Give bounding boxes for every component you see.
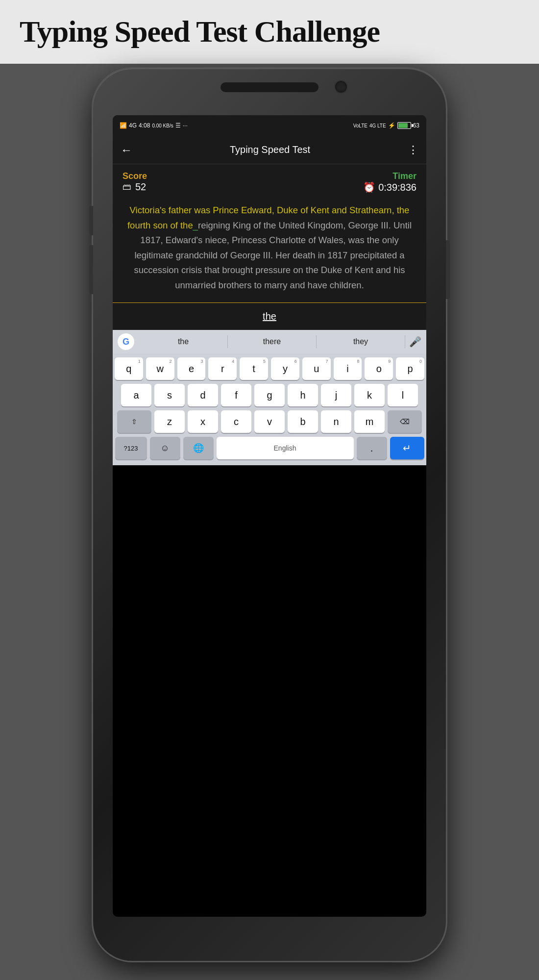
key-b[interactable]: b: [288, 410, 318, 433]
keyboard-row-1: 1q 2w 3e 4r 5t 6y 7u 8i 9o 0p: [115, 357, 424, 380]
signal-type: 4G: [129, 122, 137, 129]
key-y[interactable]: 6y: [271, 357, 299, 380]
back-button[interactable]: ←: [121, 143, 132, 157]
key-f[interactable]: f: [221, 384, 251, 406]
key-x[interactable]: x: [188, 410, 218, 433]
key-z[interactable]: z: [154, 410, 185, 433]
emoji-key[interactable]: ☺: [150, 437, 180, 459]
score-section: Score 🗃 52: [122, 171, 147, 193]
timer-value: 0:39:836: [378, 182, 416, 193]
page-title: Typing Speed Test Challenge: [0, 0, 539, 58]
battery-icon: [397, 122, 411, 129]
score-label: Score: [122, 171, 147, 181]
key-m[interactable]: m: [354, 410, 385, 433]
key-h[interactable]: h: [288, 384, 318, 406]
more-options-button[interactable]: ⋮: [408, 144, 418, 156]
timer-icon: ⏰: [363, 181, 375, 193]
globe-key[interactable]: 🌐: [183, 437, 214, 459]
app-bar: ← Typing Speed Test ⋮: [113, 136, 426, 164]
key-e[interactable]: 3e: [177, 357, 206, 380]
notification-icon: ☰: [175, 122, 181, 129]
key-g[interactable]: g: [254, 384, 285, 406]
keyboard-row-4: ?123 ☺ 🌐 English . ↵: [115, 437, 424, 459]
key-j[interactable]: j: [321, 384, 351, 406]
key-n[interactable]: n: [321, 410, 351, 433]
key-i[interactable]: 8i: [334, 357, 362, 380]
key-t[interactable]: 5t: [240, 357, 268, 380]
time-display: 4:08: [139, 122, 150, 129]
score-timer-row: Score 🗃 52 Timer ⏰ 0:39:836: [113, 164, 426, 198]
enter-key[interactable]: ↵: [390, 437, 424, 459]
score-icon: 🗃: [122, 182, 131, 192]
phone-power-button: [446, 240, 450, 299]
mic-icon[interactable]: 🎤: [409, 336, 421, 348]
phone-notch: [220, 82, 318, 92]
status-right: VoLTE 4G LTE ⚡ 63: [353, 122, 419, 129]
keyboard: 1q 2w 3e 4r 5t 6y 7u 8i 9o 0p a s: [113, 353, 426, 465]
signal-icon: 📶: [120, 122, 127, 129]
key-w[interactable]: 2w: [146, 357, 174, 380]
lte-label: 4G LTE: [369, 123, 386, 128]
status-left: 📶 4G 4:08 0.00 KB/s ☰ ···: [120, 122, 188, 129]
score-value: 52: [135, 181, 146, 193]
volte-label: VoLTE: [353, 123, 368, 128]
key-d[interactable]: d: [188, 384, 218, 406]
dots-icon: ···: [183, 122, 188, 129]
keyboard-row-2: a s d f g h j k l: [115, 384, 424, 406]
score-value-row: 🗃 52: [122, 181, 147, 193]
backspace-key[interactable]: ⌫: [388, 410, 422, 433]
timer-value-row: ⏰ 0:39:836: [363, 181, 416, 193]
key-l[interactable]: l: [388, 384, 418, 406]
phone-device: 📶 4G 4:08 0.00 KB/s ☰ ··· VoLTE 4G LTE ⚡: [93, 69, 446, 961]
passage-area: Victoria's father was Prince Edward, Duk…: [113, 198, 426, 302]
suggestion-2[interactable]: there: [228, 335, 317, 348]
key-k[interactable]: k: [354, 384, 385, 406]
key-v[interactable]: v: [254, 410, 285, 433]
status-bar: 📶 4G 4:08 0.00 KB/s ☰ ··· VoLTE 4G LTE ⚡: [113, 115, 426, 136]
suggestion-3[interactable]: they: [317, 335, 405, 348]
key-p[interactable]: 0p: [396, 357, 424, 380]
key-c[interactable]: c: [221, 410, 251, 433]
data-speed: 0.00 KB/s: [152, 123, 173, 128]
key-a[interactable]: a: [121, 384, 151, 406]
suggestion-bar: G the there they 🎤: [113, 330, 426, 353]
phone-camera: [334, 80, 348, 94]
key-r[interactable]: 4r: [208, 357, 237, 380]
battery-percent: 63: [413, 122, 419, 129]
input-area[interactable]: the: [113, 302, 426, 330]
phone-screen: 📶 4G 4:08 0.00 KB/s ☰ ··· VoLTE 4G LTE ⚡: [113, 115, 426, 917]
page-background: Typing Speed Test Challenge 📶 4G 4:08: [0, 0, 539, 980]
numbers-key[interactable]: ?123: [115, 437, 147, 459]
suggestion-1[interactable]: the: [139, 335, 228, 348]
shift-key[interactable]: ⇧: [117, 410, 151, 433]
key-u[interactable]: 7u: [302, 357, 331, 380]
typed-word-display: the: [122, 311, 416, 322]
phone-vol-down-button: [89, 245, 93, 294]
key-o[interactable]: 9o: [365, 357, 393, 380]
passage-cursor: _: [193, 220, 198, 230]
keyboard-row-3: ⇧ z x c v b n m ⌫: [115, 410, 424, 433]
charging-icon: ⚡: [388, 122, 395, 129]
period-key[interactable]: .: [357, 437, 387, 459]
phone-vol-up-button: [89, 206, 93, 235]
space-key[interactable]: English: [217, 437, 354, 459]
phone-shell: 📶 4G 4:08 0.00 KB/s ☰ ··· VoLTE 4G LTE ⚡: [93, 69, 446, 961]
timer-label: Timer: [392, 171, 416, 181]
timer-section: Timer ⏰ 0:39:836: [363, 171, 416, 193]
app-bar-title: Typing Speed Test: [230, 144, 310, 155]
key-q[interactable]: 1q: [115, 357, 143, 380]
key-s[interactable]: s: [154, 384, 185, 406]
google-logo: G: [118, 333, 134, 350]
